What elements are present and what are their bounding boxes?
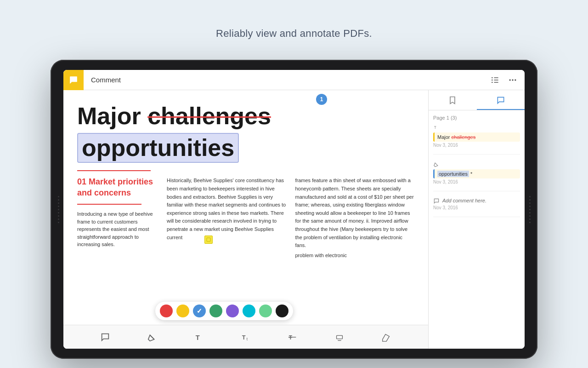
toolbar-yellow-button[interactable] (63, 70, 84, 90)
sticky-note-svg (206, 237, 211, 242)
pen-tool-icon (147, 332, 157, 342)
svg-rect-9 (207, 238, 210, 242)
panel-page-label: Page 1 (3) (433, 115, 520, 121)
annotation-item-1: T Major challenges Nov 3, 2016 (433, 124, 520, 155)
right-col-bottom: problem with electronic (295, 252, 415, 260)
pdf-viewer: 1 Major challenges opportunities (63, 90, 428, 349)
comment-icon (68, 75, 79, 85)
pdf-divider-small (77, 204, 141, 205)
strikethrough-icon: T (288, 332, 298, 342)
text-large-icon: T (194, 332, 204, 342)
pdf-right-col: frames feature a thin sheet of wax embos… (295, 177, 415, 259)
speaker-left (54, 191, 62, 228)
pdf-left-col: 01 Market priorities and concerns Introd… (77, 177, 158, 259)
tablet-outer: Comment (51, 60, 537, 359)
eraser-icon (381, 332, 391, 342)
challenges-strikethrough: challenges (147, 103, 271, 129)
color-swatch-yellow[interactable] (176, 305, 189, 317)
pdf-center-col: Historically, Beehive Supplies' core con… (167, 177, 286, 259)
color-swatch-red[interactable] (160, 305, 173, 317)
color-swatch-black[interactable] (276, 305, 288, 317)
annotation-date-2: Nov 3, 2016 (433, 179, 520, 184)
svg-text:T: T (242, 334, 246, 340)
annotation-header-2 (433, 161, 520, 167)
tagline: Reliably view and annotate PDFs. (0, 0, 588, 40)
pdf-title-line1: Major challenges (77, 103, 414, 129)
svg-text:T: T (434, 126, 436, 130)
tool-pen[interactable] (144, 329, 160, 345)
annotation-dot: * (470, 171, 472, 177)
center-col-text: Historically, Beehive Supplies' core con… (167, 177, 286, 242)
annotation-comment-text-3: Add comment here. (442, 198, 486, 203)
color-picker-bar: ✓ (155, 302, 293, 320)
tool-text-small[interactable]: T t (237, 329, 254, 345)
annotation-comment-row: Add comment here. (433, 198, 520, 204)
content-area: 1 Major challenges opportunities (63, 90, 525, 349)
comment-tool-icon (100, 332, 110, 342)
tool-text-large[interactable]: T (191, 329, 207, 345)
svg-text:T: T (196, 334, 200, 341)
bottom-toolbar: T T t (63, 325, 428, 349)
svg-point-3 (492, 77, 493, 78)
color-swatch-cyan[interactable] (243, 305, 255, 317)
pen-annot-icon (433, 161, 440, 167)
svg-point-4 (492, 79, 493, 80)
color-swatch-lime[interactable] (259, 305, 272, 317)
tool-highlight[interactable] (331, 329, 348, 345)
comment-annot-icon (433, 198, 440, 204)
annotation-strike-1: challenges (452, 134, 476, 140)
list-icon[interactable] (491, 75, 500, 85)
tool-strikethrough[interactable]: T (284, 329, 301, 345)
pdf-title-line2: opportunities (77, 133, 414, 163)
tab-bookmark[interactable] (429, 90, 477, 110)
page-background: Reliably view and annotate PDFs. (0, 0, 588, 368)
annotation-preview-2: opportunities * (433, 169, 520, 178)
svg-point-7 (512, 79, 513, 80)
annotation-item-2: opportunities * Nov 3, 2016 (433, 161, 520, 191)
tablet-container: Comment (51, 60, 537, 359)
svg-point-8 (514, 79, 516, 80)
right-panel: Page 1 (3) T Major challenges (428, 90, 525, 349)
svg-text:t: t (247, 337, 248, 341)
annotation-highlight-2: opportunities (437, 171, 469, 177)
svg-line-10 (150, 335, 154, 339)
tool-comment[interactable] (97, 329, 113, 345)
tablet-screen: Comment (63, 70, 525, 349)
pdf-heading: Major challenges opportunities (77, 103, 414, 163)
comment-panel-icon (496, 96, 505, 105)
highlight-icon (334, 332, 345, 342)
more-icon[interactable] (508, 75, 517, 85)
left-col-text: Introducing a new type of beehive frame … (77, 210, 158, 248)
annotation-date-1: Nov 3, 2016 (433, 143, 520, 148)
toolbar-icons (491, 75, 525, 85)
app-toolbar: Comment (63, 70, 525, 90)
color-swatch-purple[interactable] (226, 305, 239, 317)
annotation-item-3: Add comment here. Nov 3, 2016 (433, 198, 520, 217)
panel-content: Page 1 (3) T Major challenges (429, 110, 525, 349)
svg-rect-16 (337, 335, 343, 339)
toolbar-comment-label: Comment (84, 76, 491, 84)
right-col-text: frames feature a thin sheet of wax embos… (295, 177, 415, 249)
color-swatch-green[interactable] (209, 305, 222, 317)
opportunities-highlight: opportunities (77, 133, 239, 163)
panel-tabs (429, 90, 525, 110)
pdf-columns: 01 Market priorities and concerns Introd… (77, 177, 414, 259)
color-swatch-blue-check[interactable]: ✓ (193, 305, 206, 317)
annotation-header-1: T (433, 124, 520, 131)
section-title: 01 Market priorities and concerns (77, 177, 158, 198)
svg-point-6 (509, 79, 511, 80)
tab-comment-active[interactable] (477, 90, 525, 110)
text-annot-icon: T (433, 124, 440, 131)
annotation-date-3: Nov 3, 2016 (433, 205, 520, 210)
text-small-icon: T t (241, 332, 251, 342)
bookmark-icon (448, 96, 457, 105)
annotation-text-1: Major (437, 134, 452, 140)
tool-eraser[interactable] (378, 329, 395, 345)
sticky-note-icon[interactable] (204, 236, 213, 244)
major-text: Major (77, 103, 147, 129)
speaker-right (526, 191, 534, 228)
page-badge: 1 (316, 94, 327, 105)
pdf-divider-top (77, 170, 151, 171)
svg-point-5 (492, 81, 493, 83)
annotation-preview-1: Major challenges (433, 132, 520, 142)
